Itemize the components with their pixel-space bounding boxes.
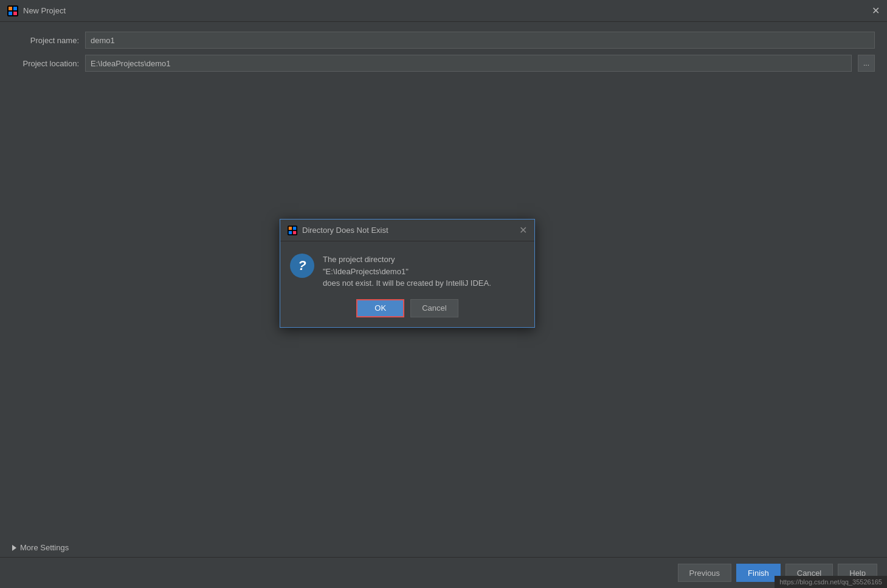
watermark-url: https://blog.csdn.net/qq_35526165 (779, 578, 882, 586)
svg-rect-1 (9, 7, 12, 10)
dialog-body: ? The project directory "E:\IdeaProjects… (280, 241, 534, 299)
dialog-question-icon: ? (290, 254, 314, 278)
more-settings-label: More Settings (20, 543, 69, 552)
project-location-label: Project location: (12, 59, 79, 68)
dialog-close-button[interactable]: ✕ (519, 224, 527, 236)
dialog-message-line2: "E:\IdeaProjects\demo1" (323, 266, 525, 278)
project-location-row: Project location: ... (12, 55, 875, 72)
svg-rect-7 (293, 226, 296, 229)
more-settings-row[interactable]: More Settings (0, 538, 887, 557)
svg-rect-4 (13, 12, 17, 15)
project-name-input[interactable] (85, 32, 875, 49)
dialog-message-line1: The project directory (323, 254, 525, 266)
project-name-label: Project name: (12, 36, 79, 45)
dialog-logo-icon (288, 226, 297, 235)
dialog-title-text: Directory Does Not Exist (302, 226, 388, 235)
window-close-button[interactable]: ✕ (872, 5, 880, 16)
browse-button[interactable]: ... (858, 55, 875, 72)
dialog-title-bar: Directory Does Not Exist ✕ (280, 220, 534, 241)
dialog-message: The project directory "E:\IdeaProjects\d… (323, 254, 525, 289)
dialog-ok-button[interactable]: OK (356, 299, 404, 317)
dialog-buttons: OK Cancel (280, 299, 534, 327)
project-name-row: Project name: (12, 32, 875, 49)
window-title: New Project (23, 6, 66, 15)
project-location-input[interactable] (85, 55, 852, 72)
more-settings-triangle-icon (12, 545, 16, 551)
question-mark: ? (298, 258, 306, 274)
svg-rect-8 (289, 230, 292, 233)
svg-rect-3 (9, 12, 12, 15)
svg-rect-6 (289, 226, 292, 229)
dialog-title-left: Directory Does Not Exist (288, 226, 388, 235)
intellij-logo-icon (7, 5, 18, 16)
watermark: https://blog.csdn.net/qq_35526165 (775, 576, 887, 588)
previous-button[interactable]: Previous (678, 564, 732, 582)
title-bar-left: New Project (7, 5, 66, 16)
bottom-bar: Previous Finish Cancel Help (0, 557, 887, 588)
dialog-cancel-button[interactable]: Cancel (410, 299, 458, 317)
title-bar: New Project ✕ (0, 0, 887, 22)
finish-button[interactable]: Finish (736, 564, 781, 582)
svg-rect-9 (293, 230, 296, 233)
svg-rect-2 (13, 7, 17, 10)
dialog-message-line3: does not exist. It will be created by In… (323, 277, 525, 289)
directory-not-exist-dialog: Directory Does Not Exist ✕ ? The project… (280, 219, 535, 328)
